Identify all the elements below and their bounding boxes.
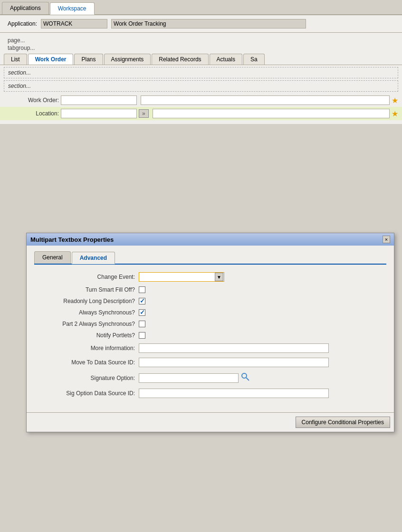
move-to-data-source-input[interactable] <box>139 358 329 367</box>
modal-close-button[interactable]: × <box>383 236 390 243</box>
sig-option-data-source-label: Sig Option Data Source ID: <box>34 390 139 397</box>
tab-related-records[interactable]: Related Records <box>152 54 208 65</box>
modal-title: Multipart Textbox Properties <box>30 236 114 243</box>
location-row: Location: » ★ <box>0 107 402 120</box>
tab-plans[interactable]: Plans <box>74 54 103 65</box>
always-synchronous-row: Always Synchronous? <box>34 309 386 316</box>
main-tab-group: List Work Order Plans Assignments Relate… <box>0 54 402 65</box>
signature-option-row: Signature Option: <box>34 372 386 384</box>
change-event-label: Change Event: <box>34 274 139 280</box>
app-header: Application: <box>0 15 402 33</box>
multipart-textbox-properties-dialog: Multipart Textbox Properties × General A… <box>26 233 394 432</box>
top-tab-bar: Applications Workspace <box>0 0 402 15</box>
configure-conditional-properties-button[interactable]: Configure Conditional Properties <box>296 417 390 428</box>
location-input[interactable] <box>61 109 137 118</box>
svg-point-0 <box>242 373 247 378</box>
tab-actuals[interactable]: Actuals <box>210 54 242 65</box>
part2-always-sync-checkbox[interactable] <box>139 321 145 327</box>
tab-applications[interactable]: Applications <box>2 2 49 14</box>
change-event-select[interactable] <box>139 272 224 282</box>
part2-always-sync-label: Part 2 Always Synchronous? <box>34 321 139 327</box>
work-order-input[interactable] <box>61 95 137 105</box>
turn-smart-fill-label: Turn Smart Fill Off? <box>34 286 139 293</box>
tab-list[interactable]: List <box>4 54 27 65</box>
turn-smart-fill-row: Turn Smart Fill Off? <box>34 286 386 293</box>
move-to-data-source-label: Move To Data Source ID: <box>34 359 139 366</box>
search-icon <box>240 372 250 381</box>
tab-workspace[interactable]: Workspace <box>50 2 95 15</box>
section-1: section... <box>4 67 398 78</box>
signature-option-label: Signature Option: <box>34 375 139 381</box>
notify-portlets-label: Notify Portlets? <box>34 332 139 339</box>
modal-tab-general[interactable]: General <box>34 251 71 264</box>
work-order-label: Work Order: <box>11 97 59 104</box>
notify-portlets-checkbox[interactable] <box>139 332 145 339</box>
sig-option-data-source-row: Sig Option Data Source ID: <box>34 389 386 398</box>
more-info-row: More information: <box>34 343 386 353</box>
page-breadcrumb: page... <box>0 37 402 44</box>
sig-option-data-source-input[interactable] <box>139 389 329 398</box>
svg-line-1 <box>246 378 249 380</box>
readonly-long-desc-label: Readonly Long Description? <box>34 298 139 304</box>
location-star-icon: ★ <box>392 109 398 118</box>
notify-portlets-row: Notify Portlets? <box>34 332 386 339</box>
always-synchronous-label: Always Synchronous? <box>34 309 139 316</box>
tabgroup-breadcrumb: tabgroup... <box>0 44 402 52</box>
work-order-desc-input[interactable] <box>141 95 390 105</box>
modal-tab-advanced[interactable]: Advanced <box>72 252 115 264</box>
part2-always-sync-row: Part 2 Always Synchronous? <box>34 321 386 327</box>
modal-footer: Configure Conditional Properties <box>27 412 394 432</box>
location-label: Location: <box>11 110 59 117</box>
modal-body: General Advanced Change Event: ▼ Turn Sm… <box>27 246 394 408</box>
readonly-long-desc-row: Readonly Long Description? <box>34 298 386 304</box>
section-1-label: section... <box>8 69 31 76</box>
more-info-input[interactable] <box>139 343 329 353</box>
tab-assignments[interactable]: Assignments <box>104 54 151 65</box>
location-desc-input[interactable] <box>153 109 390 118</box>
section-2: section... <box>4 80 398 92</box>
change-event-row: Change Event: ▼ <box>34 272 386 282</box>
main-content: page... tabgroup... List Work Order Plan… <box>0 33 402 124</box>
readonly-long-desc-checkbox[interactable] <box>139 298 145 304</box>
signature-option-search-btn[interactable] <box>239 372 252 384</box>
section-2-label: section... <box>8 83 31 89</box>
app-code-input[interactable] <box>41 19 107 28</box>
modal-tab-group: General Advanced <box>34 251 386 265</box>
change-event-select-wrapper: ▼ <box>139 272 224 282</box>
move-to-data-source-row: Move To Data Source ID: <box>34 358 386 367</box>
tab-work-order[interactable]: Work Order <box>28 54 74 65</box>
work-order-star-icon: ★ <box>392 96 398 105</box>
app-desc-input[interactable] <box>111 19 306 28</box>
more-info-label: More information: <box>34 345 139 352</box>
turn-smart-fill-checkbox[interactable] <box>139 286 145 293</box>
work-order-row: Work Order: ★ <box>0 94 402 107</box>
tab-sa[interactable]: Sa <box>243 54 265 65</box>
modal-title-bar: Multipart Textbox Properties × <box>27 233 394 246</box>
signature-option-input[interactable] <box>139 373 239 383</box>
location-detail-btn[interactable]: » <box>139 109 149 118</box>
app-label: Application: <box>8 20 37 27</box>
always-synchronous-checkbox[interactable] <box>139 309 145 316</box>
